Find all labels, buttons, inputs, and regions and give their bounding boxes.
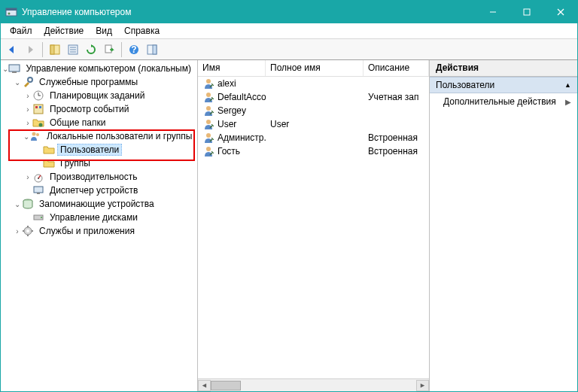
tree-users[interactable]: Пользователи xyxy=(1,143,197,156)
actions-group-label: Пользователи xyxy=(436,80,494,90)
user-description xyxy=(364,110,429,111)
help-button[interactable]: ? xyxy=(126,41,142,58)
tree-task-scheduler[interactable]: › Планировщик заданий xyxy=(1,89,197,102)
tree-label: Службы и приложения xyxy=(36,225,138,237)
device-icon xyxy=(32,184,44,196)
properties-button[interactable] xyxy=(65,41,81,58)
tree-device-manager[interactable]: Диспетчер устройств xyxy=(1,184,197,197)
list-pane: Имя Полное имя Описание alexiDefaultAcco… xyxy=(198,60,430,391)
scroll-left-button[interactable]: ◄ xyxy=(198,380,211,391)
expand-icon[interactable]: › xyxy=(23,119,32,127)
show-action-pane-button[interactable] xyxy=(144,41,160,58)
user-icon xyxy=(202,77,214,90)
tree-label: Служебные программы xyxy=(36,76,141,88)
svg-rect-8 xyxy=(50,45,54,54)
user-icon xyxy=(202,91,214,103)
expand-icon[interactable]: ⌄ xyxy=(13,200,22,208)
column-description[interactable]: Описание xyxy=(364,60,429,76)
svg-rect-4 xyxy=(524,9,530,15)
expand-icon[interactable]: › xyxy=(13,227,22,236)
user-full-name: User xyxy=(266,118,364,130)
tree-shared-folders[interactable]: › Общие папки xyxy=(1,116,197,129)
expand-icon[interactable]: › xyxy=(23,92,32,100)
menu-action[interactable]: Действие xyxy=(38,24,90,38)
minimize-button[interactable] xyxy=(476,1,510,23)
svg-point-39 xyxy=(206,79,211,84)
expand-icon[interactable]: ⌄ xyxy=(13,78,22,87)
column-name[interactable]: Имя xyxy=(198,60,266,76)
user-name: DefaultAcco... xyxy=(218,92,266,102)
tree-label: Просмотр событий xyxy=(47,103,132,115)
tree-local-users-groups[interactable]: ⌄ Локальные пользователи и группы xyxy=(1,129,197,143)
user-row[interactable]: alexi xyxy=(198,77,429,90)
user-icon xyxy=(202,118,214,130)
svg-point-42 xyxy=(206,120,211,124)
svg-point-27 xyxy=(39,123,43,127)
action-more[interactable]: Дополнительные действия ▶ xyxy=(430,93,577,110)
close-button[interactable] xyxy=(543,1,577,23)
toolbar-separator xyxy=(121,42,122,57)
svg-point-29 xyxy=(36,133,39,136)
expand-icon[interactable]: › xyxy=(23,105,32,114)
svg-point-28 xyxy=(32,132,36,136)
export-button[interactable] xyxy=(101,41,117,58)
services-icon xyxy=(22,225,34,237)
user-full-name xyxy=(266,96,364,98)
tree-groups[interactable]: Группы xyxy=(1,156,197,170)
svg-point-20 xyxy=(28,77,32,82)
refresh-button[interactable] xyxy=(83,41,99,58)
svg-point-41 xyxy=(206,106,211,111)
tree-performance[interactable]: › Производительность xyxy=(1,170,197,184)
menu-view[interactable]: Вид xyxy=(90,24,118,38)
horizontal-scrollbar[interactable]: ◄ ► xyxy=(198,378,429,391)
menu-help[interactable]: Справка xyxy=(118,24,166,38)
svg-point-36 xyxy=(41,217,42,218)
actions-group[interactable]: Пользователи ▲ xyxy=(430,77,577,93)
user-row[interactable]: UserUser xyxy=(198,117,429,131)
expand-icon[interactable]: › xyxy=(23,173,32,181)
tree-label: Планировщик заданий xyxy=(47,90,148,102)
tree-label: Диспетчер устройств xyxy=(47,184,141,196)
svg-point-38 xyxy=(26,229,29,232)
user-row[interactable]: ГостьВстроенная xyxy=(198,144,429,158)
user-description: Встроенная xyxy=(364,132,429,144)
user-description xyxy=(364,83,429,84)
user-full-name xyxy=(266,83,364,84)
forward-button[interactable] xyxy=(22,41,38,58)
expand-icon[interactable]: ⌄ xyxy=(23,132,29,141)
scroll-track[interactable] xyxy=(211,380,416,391)
maximize-button[interactable] xyxy=(510,1,543,23)
users-groups-icon xyxy=(29,130,41,142)
scroll-right-button[interactable]: ► xyxy=(416,380,429,391)
svg-rect-17 xyxy=(153,45,157,54)
expand-icon[interactable]: ⌄ xyxy=(2,65,8,73)
action-more-label: Дополнительные действия xyxy=(443,96,556,107)
back-button[interactable] xyxy=(4,41,20,58)
user-name: Гость xyxy=(218,146,240,156)
show-hide-tree-button[interactable] xyxy=(47,41,63,58)
tree-label: Производительность xyxy=(47,171,140,183)
user-row[interactable]: Sergey xyxy=(198,104,429,117)
user-description: Учетная зап xyxy=(364,91,429,103)
tree-pane: ⌄ Управление компьютером (локальным) ⌄ С… xyxy=(1,60,198,391)
svg-rect-33 xyxy=(37,193,40,194)
tree-label: Общие папки xyxy=(47,117,108,129)
scroll-thumb[interactable] xyxy=(211,381,241,390)
tree-services-apps[interactable]: › Службы и приложения xyxy=(1,224,197,238)
tree-event-viewer[interactable]: › Просмотр событий xyxy=(1,102,197,116)
svg-point-44 xyxy=(206,147,211,151)
user-row[interactable]: Администр...Встроенная xyxy=(198,131,429,144)
tree-root[interactable]: ⌄ Управление компьютером (локальным) xyxy=(1,62,197,75)
menu-file[interactable]: Файл xyxy=(4,24,38,38)
user-row[interactable]: DefaultAcco...Учетная зап xyxy=(198,90,429,104)
tree-disk-management[interactable]: Управление дисками xyxy=(1,211,197,224)
tree-system-tools[interactable]: ⌄ Служебные программы xyxy=(1,75,197,89)
tree-label: Управление компьютером (локальным) xyxy=(23,62,194,74)
svg-point-43 xyxy=(206,133,211,138)
user-description xyxy=(364,123,429,125)
user-name: Sergey xyxy=(218,105,246,116)
events-icon xyxy=(32,103,44,115)
tree-storage[interactable]: ⌄ Запоминающие устройства xyxy=(1,197,197,211)
content-area: ⌄ Управление компьютером (локальным) ⌄ С… xyxy=(1,60,577,391)
column-full-name[interactable]: Полное имя xyxy=(266,60,364,76)
